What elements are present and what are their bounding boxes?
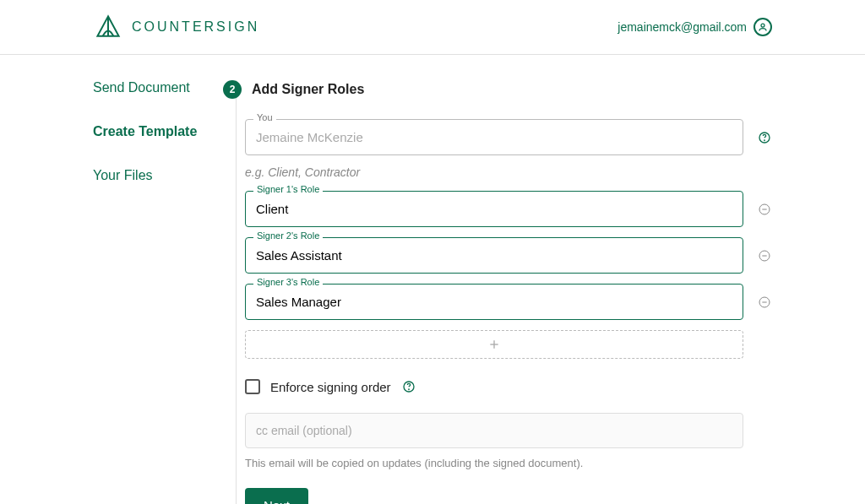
brand-name: COUNTERSIGN	[132, 19, 259, 35]
cc-email-hint: This email will be copied on updates (in…	[245, 457, 772, 469]
sidebar-item-send-document[interactable]: Send Document	[93, 80, 219, 95]
cc-email-field	[245, 413, 743, 448]
step-number-badge: 2	[223, 80, 242, 99]
add-signer-button[interactable]	[245, 330, 743, 359]
cc-email-input[interactable]	[245, 413, 743, 448]
svg-point-2	[764, 140, 765, 141]
sidebar-item-create-template[interactable]: Create Template	[93, 124, 219, 139]
svg-point-0	[761, 24, 764, 27]
svg-point-12	[408, 389, 409, 390]
user-avatar-icon	[753, 18, 772, 36]
signer-3-input[interactable]	[245, 284, 743, 320]
user-email: jemainemck@gmail.com	[617, 20, 747, 34]
remove-signer-2-icon[interactable]	[757, 248, 772, 263]
logo-icon	[93, 12, 123, 42]
enforce-order-help-icon[interactable]	[401, 379, 416, 394]
signer-1-field: Signer 1's Role	[245, 191, 743, 227]
enforce-order-checkbox[interactable]	[245, 379, 260, 394]
enforce-order-row: Enforce signing order	[245, 379, 772, 394]
signer-2-input[interactable]	[245, 237, 743, 274]
step-header: 2 Add Signer Roles	[223, 80, 772, 99]
you-field-label: You	[253, 112, 276, 122]
step-title: Add Signer Roles	[252, 82, 364, 97]
signer-3-field: Signer 3's Role	[245, 284, 743, 320]
remove-signer-3-icon[interactable]	[757, 295, 772, 310]
signer-2-field: Signer 2's Role	[245, 237, 743, 274]
roles-hint-text: e.g. Client, Contractor	[245, 165, 772, 179]
app-header: COUNTERSIGN jemainemck@gmail.com	[0, 0, 865, 55]
sidebar-item-your-files[interactable]: Your Files	[93, 168, 219, 183]
signer-1-input[interactable]	[245, 191, 743, 227]
next-button[interactable]: Next	[245, 488, 308, 504]
main-content: 2 Add Signer Roles You e.g. Client, Cont…	[237, 80, 865, 504]
plus-icon	[487, 338, 501, 351]
user-menu[interactable]: jemainemck@gmail.com	[617, 18, 772, 36]
you-help-icon[interactable]	[757, 130, 772, 145]
signer-3-label: Signer 3's Role	[253, 277, 323, 287]
sidebar-nav: Send Document Create Template Your Files	[0, 80, 237, 504]
you-field: You	[245, 119, 743, 155]
signer-2-label: Signer 2's Role	[253, 230, 323, 241]
brand-logo[interactable]: COUNTERSIGN	[93, 12, 259, 42]
you-input	[245, 119, 743, 155]
enforce-order-label: Enforce signing order	[270, 380, 391, 394]
signer-1-label: Signer 1's Role	[253, 184, 323, 194]
remove-signer-1-icon[interactable]	[757, 202, 772, 217]
